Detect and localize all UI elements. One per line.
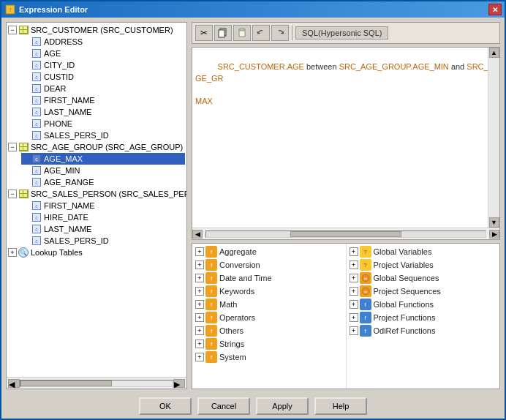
bottom-bar: OK Cancel Apply Help [1,394,505,419]
tree-root: SRC_CUSTOMER (SRC_CUSTOMER) cADDRESS cAG… [8,24,185,258]
expr-hscrollbar[interactable]: ◀ ▶ [192,228,499,239]
label-last-name: LAST_NAME [44,108,91,116]
tree-scroll-track[interactable] [20,380,173,387]
tree-scrollbar[interactable]: ◀ ▶ [7,377,186,389]
tree-row-city-id[interactable]: cCITY_ID [21,59,185,71]
tree-row-age[interactable]: cAGE [21,48,185,59]
tree-row-src-sales-person[interactable]: SRC_SALES_PERSON (SRC_SALES_PER... [8,188,185,200]
cancel-button[interactable]: Cancel [197,397,250,415]
tree-row-src-customer[interactable]: SRC_CUSTOMER (SRC_CUSTOMER) [8,24,185,36]
expand-system[interactable]: + [195,353,204,361]
hscroll-track[interactable] [205,230,486,238]
label-age-max: AGE_MAX [44,154,83,163]
func-item-operators[interactable]: + f Operators [194,311,344,324]
tree-row-dear[interactable]: cDEAR [21,83,185,94]
tree-row-address[interactable]: cADDRESS [21,36,185,48]
tree-row-sp-last-name[interactable]: cLAST_NAME [21,223,185,235]
func-item-aggregate[interactable]: + f Aggregate [194,245,344,258]
func-item-datetime[interactable]: + f Date and Time [194,271,344,285]
func-item-conversion[interactable]: + f Conversion [194,258,344,271]
copy-button[interactable] [214,25,232,41]
func-item-global-functions[interactable]: + f Global Functions [348,298,499,311]
func-item-math[interactable]: + f Math [194,298,344,311]
tree-row-age-min[interactable]: cAGE_MIN [21,165,185,176]
ok-button[interactable]: OK [139,397,192,415]
tree-row-src-age-group[interactable]: SRC_AGE_GROUP (SRC_AGE_GROUP) [8,141,185,153]
tree-area[interactable]: SRC_CUSTOMER (SRC_CUSTOMER) cADDRESS cAG… [7,23,186,377]
apply-button[interactable]: Apply [256,397,309,415]
label-sp-first-name: FIRST_NAME [44,201,95,210]
expand-global-variables[interactable]: + [350,247,358,256]
func-item-keywords[interactable]: + f Keywords [194,285,344,298]
icon-project-variables: ? [360,259,371,271]
tree-row-phone[interactable]: cPHONE [21,118,185,130]
help-button[interactable]: Help [314,397,367,415]
tree-row-custid[interactable]: cCUSTID [21,71,185,83]
expand-conversion[interactable]: + [195,260,204,269]
hscroll-right[interactable]: ▶ [489,230,499,239]
func-item-global-variables[interactable]: + ? Global Variables [348,245,499,258]
tree-row-lookup-tables[interactable]: 🔍 Lookup Tables [8,247,185,258]
func-item-strings[interactable]: + f Strings [194,337,344,350]
func-item-odiref-functions[interactable]: + f OdiRef Functions [348,324,499,337]
expand-operators[interactable]: + [195,313,204,322]
leaf-hire-date [21,213,30,222]
col-icon-first-name: c [31,95,42,105]
tree-scroll-right[interactable]: ▶ [173,379,185,388]
tree-scroll-left[interactable]: ◀ [8,379,20,388]
icon-odiref-functions: f [360,325,371,337]
tree-row-hire-date[interactable]: cHIRE_DATE [21,211,185,223]
expression-editor[interactable]: SRC_CUSTOMER.AGE between SRC_AGE_GROUP.A… [192,47,500,240]
expand-aggregate[interactable]: + [195,247,204,256]
undo-button[interactable] [252,25,270,41]
expand-src-age-group[interactable] [8,143,17,151]
leaf-address [21,37,30,46]
tree-item-lookup-tables: 🔍 Lookup Tables [8,247,185,258]
vscroll-up[interactable]: ▲ [489,48,499,58]
func-item-others[interactable]: + f Others [194,324,344,337]
vscroll-down[interactable]: ▼ [489,217,499,228]
label-conversion: Conversion [219,260,260,269]
expand-lookup-tables[interactable] [8,248,17,257]
tree-row-age-range[interactable]: cAGE_RANGE [21,176,185,188]
label-sales-pers-id: SALES_PERS_ID [44,131,109,140]
cut-button[interactable]: ✂ [195,25,213,41]
vscroll-track[interactable] [489,58,499,217]
label-src-customer: SRC_CUSTOMER (SRC_CUSTOMER) [31,26,173,34]
tree-row-sp-first-name[interactable]: cFIRST_NAME [21,200,185,211]
expand-math[interactable]: + [195,300,204,309]
expand-odiref-functions[interactable]: + [350,326,358,335]
tree-row-first-name[interactable]: cFIRST_NAME [21,94,185,106]
expand-src-customer[interactable] [8,26,17,34]
window-title: Expression Editor [19,5,488,14]
expand-datetime[interactable]: + [195,274,204,282]
label-lookup-tables: Lookup Tables [31,248,83,257]
redo-button[interactable] [271,25,289,41]
func-item-global-sequences[interactable]: + ∞ Global Sequences [348,271,499,285]
col-icon-hire-date: c [31,212,42,222]
expand-project-variables[interactable]: + [350,260,358,269]
tree-row-sp-sales-pers-id[interactable]: cSALES_PERS_ID [21,235,185,247]
expand-strings[interactable]: + [195,340,204,348]
expand-project-sequences[interactable]: + [350,287,358,296]
expr-vscrollbar[interactable]: ▲ ▼ [488,48,499,228]
func-item-project-variables[interactable]: + ? Project Variables [348,258,499,271]
close-button[interactable]: ✕ [488,4,502,15]
expr-span-customer-age: SRC_CUSTOMER.AGE [218,62,304,71]
paste-button[interactable] [233,25,251,41]
expand-others[interactable]: + [195,326,204,335]
tree-row-sales-pers-id[interactable]: cSALES_PERS_ID [21,130,185,141]
expand-keywords[interactable]: + [195,287,204,296]
tree-row-last-name[interactable]: cLAST_NAME [21,106,185,118]
func-item-system[interactable]: + f System [194,350,344,364]
func-item-project-sequences[interactable]: + ∞ Project Sequences [348,285,499,298]
label-project-sequences: Project Sequences [374,287,441,296]
func-item-project-functions[interactable]: + f Project Functions [348,311,499,324]
expand-project-functions[interactable]: + [350,313,358,322]
expand-global-functions[interactable]: + [350,300,358,309]
expand-global-sequences[interactable]: + [350,274,358,282]
tree-row-age-max[interactable]: cAGE_MAX [21,153,185,165]
label-phone: PHONE [44,119,72,128]
expand-src-sales-person[interactable] [8,190,17,198]
hscroll-left[interactable]: ◀ [192,230,203,239]
